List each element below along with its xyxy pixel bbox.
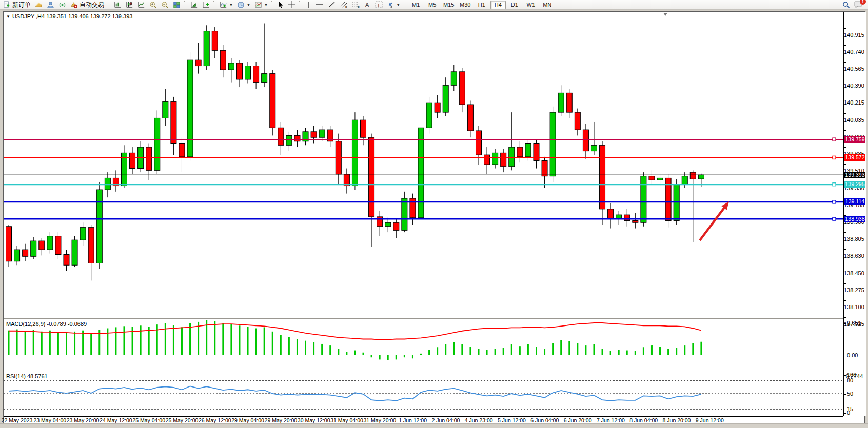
timeframe-M15[interactable]: M15 [441, 1, 457, 9]
candle [484, 147, 490, 174]
price-axis[interactable]: 140.915140.740140.565140.390140.215140.0… [843, 12, 866, 416]
timeframe-D1[interactable]: D1 [507, 1, 522, 9]
time-label: 29 May 04:00 [231, 417, 264, 423]
text-button[interactable]: A [362, 0, 373, 10]
vertical-line-icon [305, 1, 311, 8]
auto-trading-button[interactable]: 自动交易 [68, 0, 106, 10]
timeframe-MN[interactable]: MN [540, 1, 555, 9]
candlestick-chart-button[interactable] [124, 0, 135, 10]
candle [583, 124, 588, 159]
candle [39, 238, 45, 255]
periods-button[interactable]: ▼ [235, 0, 252, 10]
line-handle[interactable] [833, 138, 836, 141]
tile-windows-icon [173, 1, 181, 9]
time-label: 22 May 2023 [2, 417, 33, 423]
candle [616, 211, 622, 225]
candle [352, 112, 358, 190]
price-tick: 138.450 [844, 262, 866, 270]
auto-trading-icon [70, 1, 78, 9]
crosshair-button[interactable] [286, 0, 298, 10]
candle [138, 141, 144, 172]
candle [47, 232, 53, 254]
price-line-label: 139.759 [844, 136, 865, 143]
price-tick: 138.805 [844, 228, 866, 235]
new-order-button[interactable]: 新订单 [1, 0, 33, 10]
add-indicator-window-button[interactable] [200, 0, 212, 10]
line-handle[interactable] [833, 156, 836, 159]
indicators-button[interactable]: ▼ [218, 0, 235, 10]
trendline-icon [328, 1, 336, 8]
market-watch-button[interactable] [33, 0, 45, 10]
timeframe-M1[interactable]: M1 [408, 1, 424, 9]
candle [459, 68, 465, 112]
price-line-label: 139.295 [844, 181, 865, 188]
macd-pane[interactable]: MACD(12,26,9) -0.0789 -0.0689 [4, 319, 843, 371]
price-pane[interactable]: ▼USDJPY-,H4 139.351 139.406 139.272 139.… [4, 12, 843, 318]
time-label: 29 May 20:00 [265, 417, 298, 423]
line-handle[interactable] [833, 183, 836, 186]
candle [501, 149, 506, 172]
chart-shift-marker-icon[interactable] [663, 13, 667, 16]
sound-alert-button[interactable] [56, 0, 68, 10]
candle [23, 244, 28, 261]
candle [130, 147, 135, 174]
horizontal-line-button[interactable] [313, 0, 326, 10]
notification-badge: 1 [860, 0, 866, 5]
time-label: 2 Jun 04:00 [431, 417, 460, 423]
svg-text:F: F [358, 6, 360, 9]
notifications-button[interactable]: 1 [854, 1, 863, 9]
timeframe-M30[interactable]: M30 [458, 1, 473, 9]
vertical-line-button[interactable] [303, 0, 313, 10]
market-watch-icon [35, 1, 43, 9]
time-label: 6 Jun 04:00 [530, 417, 559, 423]
timeframe-M5[interactable]: M5 [425, 1, 440, 9]
equidistant-channel-button[interactable]: E [338, 0, 350, 10]
candle [327, 126, 333, 148]
line-handle[interactable] [833, 200, 836, 203]
toolbar-separator [213, 1, 215, 8]
timeframe-H1[interactable]: H1 [474, 1, 489, 9]
chart-plot-area[interactable]: ▼USDJPY-,H4 139.351 139.406 139.272 139.… [4, 12, 843, 423]
candlestick-chart-icon [126, 1, 133, 9]
zoom-out-button[interactable] [159, 0, 171, 10]
toolbar-separator [184, 1, 186, 8]
time-label: 6 Jun 20:00 [564, 417, 592, 423]
indicator-window-button[interactable] [188, 0, 200, 10]
data-window-button[interactable] [45, 0, 56, 10]
candle [171, 97, 176, 155]
timeframe-W1[interactable]: W1 [523, 1, 539, 9]
toolbar-separator [108, 1, 110, 8]
line-handle[interactable] [833, 217, 836, 220]
add-indicator-window-icon [202, 1, 210, 9]
timeframe-H4[interactable]: H4 [490, 1, 506, 9]
search-icon[interactable] [842, 1, 850, 9]
tile-windows-button[interactable] [171, 0, 183, 10]
arrows-button[interactable]: ▼ [385, 0, 402, 10]
candle [566, 89, 572, 118]
candle [294, 130, 300, 147]
time-label: 8 Jun 04:00 [629, 417, 658, 423]
templates-button[interactable]: ▼ [252, 0, 270, 10]
chevron-down-icon: ▼ [397, 3, 400, 7]
arrow-annotation[interactable] [700, 207, 725, 240]
bar-chart-button[interactable] [112, 0, 124, 10]
rsi-pane[interactable]: RSI(14) 48.5761 [4, 372, 843, 416]
candle [435, 95, 440, 118]
symbol-dropdown-icon[interactable]: ▼ [6, 14, 10, 19]
candle [6, 225, 12, 267]
candlestick-chart [4, 12, 843, 318]
zoom-in-button[interactable] [147, 0, 159, 10]
auto-trading-label: 自动交易 [80, 1, 104, 9]
indicators-icon [220, 1, 227, 9]
horizontal-line-icon [315, 1, 324, 8]
candle [608, 203, 614, 228]
line-chart-button[interactable] [135, 0, 147, 10]
text-label-button[interactable]: T [373, 0, 385, 10]
macd-chart [4, 319, 843, 371]
time-label: 31 May 04:00 [330, 417, 363, 423]
time-label: 25 May 04:00 [132, 417, 165, 423]
price-line-label: 138.938 [844, 216, 865, 222]
cursor-button[interactable] [275, 0, 286, 10]
fibonacci-button[interactable]: F [350, 0, 362, 10]
trendline-button[interactable] [326, 0, 338, 10]
